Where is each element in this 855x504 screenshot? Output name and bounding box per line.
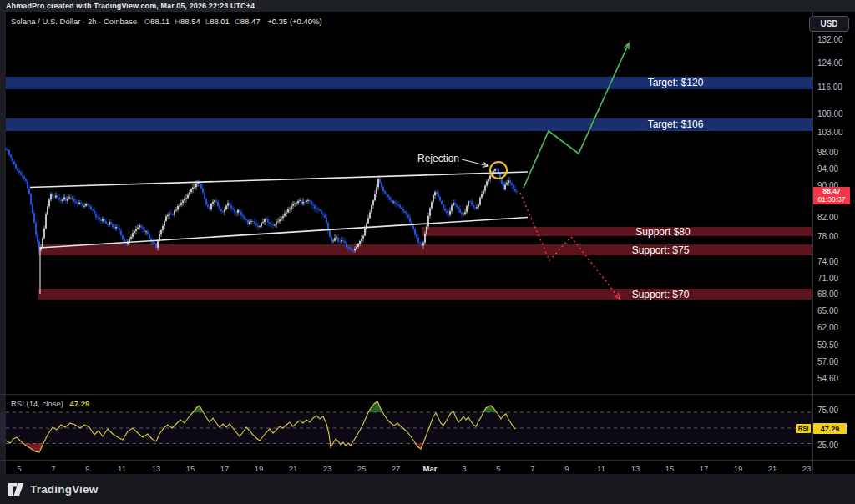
- tradingview-logo[interactable]: TradingView: [8, 482, 98, 496]
- attribution-bar: AhmadPro created with TradingView.com, M…: [0, 0, 855, 12]
- symbol-name: Solana / U.S. Dollar: [11, 17, 80, 26]
- tradingview-snapshot: AhmadPro created with TradingView.com, M…: [0, 0, 855, 504]
- support-80-label: Support $80: [605, 226, 721, 238]
- rejection-annotation-label: Rejection: [417, 153, 459, 164]
- rsi-axis-badge: RSI: [796, 424, 811, 433]
- target-106-label: Target: $106: [617, 118, 734, 130]
- separator: ·: [80, 17, 87, 26]
- tradingview-logo-icon: [8, 482, 24, 496]
- ohlc-values: O88.11H88.54L88.01C88.47: [139, 17, 261, 26]
- currency-toggle-button[interactable]: USD: [809, 16, 849, 32]
- separator: ·: [96, 17, 103, 26]
- price-change: +0.35 (+0.40%): [267, 17, 322, 26]
- timeframe: 2h: [88, 17, 97, 26]
- chart-pane[interactable]: [0, 0, 855, 504]
- ohlc-value: 88.11: [150, 17, 169, 26]
- rsi-indicator-title: RSI (14, close) 47.29: [11, 399, 89, 408]
- ohlc-value: 88.47: [240, 17, 261, 26]
- rsi-axis-value-badge: 47.29: [813, 423, 847, 434]
- ohlc-value: 88.54: [180, 17, 200, 26]
- rsi-value: 47.29: [69, 399, 89, 408]
- ohlc-key: O: [144, 17, 150, 26]
- exchange: Coinbase: [104, 17, 137, 26]
- attribution-text: AhmadPro created with TradingView.com, M…: [6, 2, 255, 10]
- support-75-label: Support: $75: [602, 244, 719, 256]
- support-70-label: Support: $70: [602, 289, 719, 300]
- footer-bar: TradingView: [0, 474, 855, 504]
- bar-countdown: 01:36:37: [813, 196, 850, 204]
- tradingview-logo-text: TradingView: [30, 483, 98, 496]
- ohlc-value: 88.01: [210, 17, 230, 26]
- rsi-title-text: RSI (14, close): [11, 399, 63, 408]
- symbol-ohlc-row: Solana / U.S. Dollar · 2h · Coinbase O88…: [11, 17, 322, 26]
- target-120-label: Target: $120: [617, 77, 734, 88]
- ohlc-key: C: [235, 17, 240, 26]
- last-price-badge: 88.47 01:36:37: [813, 187, 850, 204]
